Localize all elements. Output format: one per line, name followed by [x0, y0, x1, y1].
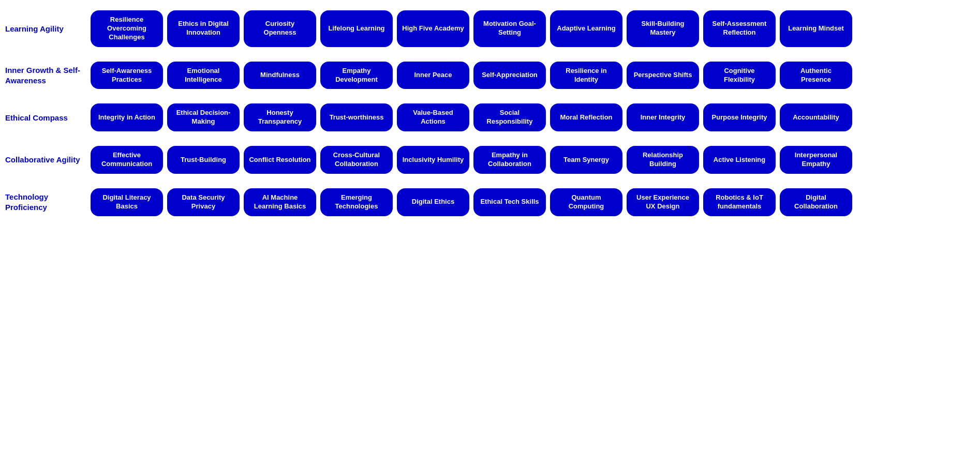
card-learning-agility-3[interactable]: Lifelong Learning [320, 10, 393, 47]
card-technology-proficiency-3[interactable]: Emerging Technologies [320, 188, 393, 216]
card-ethical-compass-3[interactable]: Trust-worthiness [320, 103, 393, 131]
cards-ethical-compass: Integrity in ActionEthical Decision-Maki… [91, 103, 975, 131]
card-technology-proficiency-7[interactable]: User Experience UX Design [627, 188, 699, 216]
card-collaborative-agility-4[interactable]: Inclusivity Humility [397, 146, 469, 174]
card-technology-proficiency-8[interactable]: Robotics & IoT fundamentals [703, 188, 776, 216]
card-ethical-compass-9[interactable]: Accountability [780, 103, 852, 131]
card-ethical-compass-0[interactable]: Integrity in Action [91, 103, 163, 131]
card-inner-growth-9[interactable]: Authentic Presence [780, 62, 852, 89]
card-learning-agility-6[interactable]: Adaptive Learning [550, 10, 622, 47]
card-collaborative-agility-1[interactable]: Trust-Building [167, 146, 240, 174]
card-technology-proficiency-9[interactable]: Digital Collaboration [780, 188, 852, 216]
card-collaborative-agility-8[interactable]: Active Listening [703, 146, 776, 174]
row-collaborative-agility: Collaborative AgilityEffective Communica… [5, 146, 975, 174]
card-technology-proficiency-2[interactable]: AI Machine Learning Basics [244, 188, 316, 216]
card-collaborative-agility-0[interactable]: Effective Communication [91, 146, 163, 174]
card-ethical-compass-6[interactable]: Moral Reflection [550, 103, 622, 131]
card-learning-agility-0[interactable]: Resilience Overcoming Challenges [91, 10, 163, 47]
card-learning-agility-2[interactable]: Curiosity Openness [244, 10, 316, 47]
cards-technology-proficiency: Digital Literacy BasicsData Security Pri… [91, 188, 975, 216]
row-inner-growth: Inner Growth & Self-AwarenessSelf-Awaren… [5, 62, 975, 89]
card-inner-growth-8[interactable]: Cognitive Flexibility [703, 62, 776, 89]
row-label-inner-growth: Inner Growth & Self-Awareness [5, 65, 85, 85]
card-learning-agility-4[interactable]: High Five Academy [397, 10, 469, 47]
main-grid: Learning AgilityResilience Overcoming Ch… [5, 10, 975, 216]
card-inner-growth-7[interactable]: Perspective Shifts [627, 62, 699, 89]
card-inner-growth-6[interactable]: Resilience in Identity [550, 62, 622, 89]
card-collaborative-agility-5[interactable]: Empathy in Collaboration [473, 146, 546, 174]
row-ethical-compass: Ethical CompassIntegrity in ActionEthica… [5, 103, 975, 131]
card-technology-proficiency-1[interactable]: Data Security Privacy [167, 188, 240, 216]
card-learning-agility-7[interactable]: Skill-Building Mastery [627, 10, 699, 47]
cards-learning-agility: Resilience Overcoming ChallengesEthics i… [91, 10, 975, 47]
card-collaborative-agility-7[interactable]: Relationship Building [627, 146, 699, 174]
card-technology-proficiency-6[interactable]: Quantum Computing [550, 188, 622, 216]
card-collaborative-agility-2[interactable]: Conflict Resolution [244, 146, 316, 174]
row-technology-proficiency: Technology ProficiencyDigital Literacy B… [5, 188, 975, 216]
card-technology-proficiency-5[interactable]: Ethical Tech Skills [473, 188, 546, 216]
card-ethical-compass-4[interactable]: Value-Based Actions [397, 103, 469, 131]
card-inner-growth-1[interactable]: Emotional Intelligence [167, 62, 240, 89]
card-collaborative-agility-6[interactable]: Team Synergy [550, 146, 622, 174]
card-inner-growth-2[interactable]: Mindfulness [244, 62, 316, 89]
cards-collaborative-agility: Effective CommunicationTrust-BuildingCon… [91, 146, 975, 174]
card-collaborative-agility-3[interactable]: Cross-Cultural Collaboration [320, 146, 393, 174]
card-learning-agility-8[interactable]: Self-Assessment Reflection [703, 10, 776, 47]
card-learning-agility-1[interactable]: Ethics in Digital Innovation [167, 10, 240, 47]
card-ethical-compass-2[interactable]: Honesty Transparency [244, 103, 316, 131]
card-inner-growth-4[interactable]: Inner Peace [397, 62, 469, 89]
card-ethical-compass-1[interactable]: Ethical Decision-Making [167, 103, 240, 131]
card-ethical-compass-8[interactable]: Purpose Integrity [703, 103, 776, 131]
card-technology-proficiency-0[interactable]: Digital Literacy Basics [91, 188, 163, 216]
card-inner-growth-0[interactable]: Self-Awareness Practices [91, 62, 163, 89]
row-learning-agility: Learning AgilityResilience Overcoming Ch… [5, 10, 975, 47]
cards-inner-growth: Self-Awareness PracticesEmotional Intell… [91, 62, 975, 89]
card-learning-agility-5[interactable]: Motivation Goal-Setting [473, 10, 546, 47]
row-label-ethical-compass: Ethical Compass [5, 113, 85, 123]
card-ethical-compass-5[interactable]: Social Responsibility [473, 103, 546, 131]
card-inner-growth-3[interactable]: Empathy Development [320, 62, 393, 89]
row-label-collaborative-agility: Collaborative Agility [5, 155, 85, 165]
card-technology-proficiency-4[interactable]: Digital Ethics [397, 188, 469, 216]
card-ethical-compass-7[interactable]: Inner Integrity [627, 103, 699, 131]
card-inner-growth-5[interactable]: Self-Appreciation [473, 62, 546, 89]
row-label-technology-proficiency: Technology Proficiency [5, 192, 85, 212]
card-learning-agility-9[interactable]: Learning Mindset [780, 10, 852, 47]
card-collaborative-agility-9[interactable]: Interpersonal Empathy [780, 146, 852, 174]
row-label-learning-agility: Learning Agility [5, 24, 85, 34]
